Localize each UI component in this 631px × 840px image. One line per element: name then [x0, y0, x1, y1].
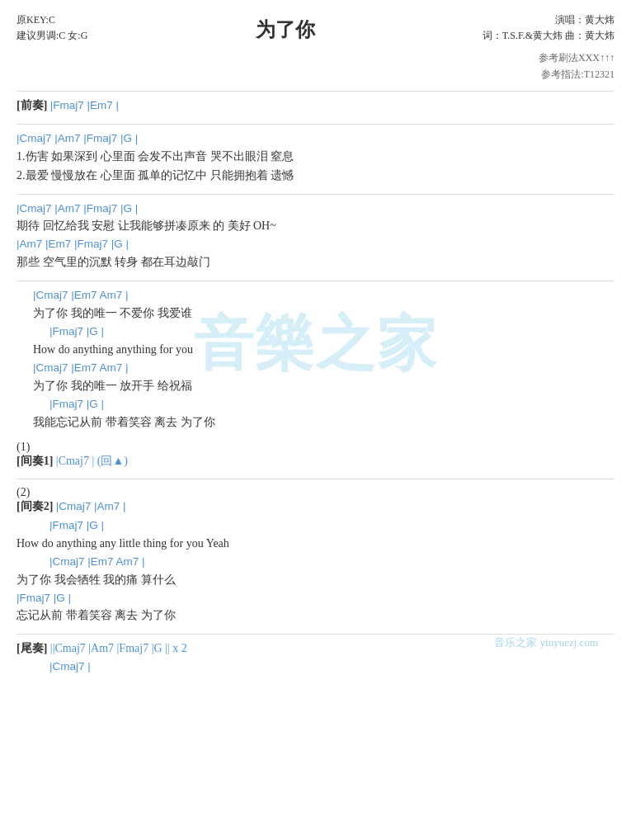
- chorus1-chords1: |Cmaj7 |Em7 Am7 |: [16, 288, 615, 304]
- interlude2-section: [间奏2] |Cmaj7 |Am7 | |Fmaj7 |G | How do a…: [16, 499, 615, 625]
- interlude2-label: [间奏2]: [16, 500, 53, 512]
- interlude2-header: [间奏2] |Cmaj7 |Am7 |: [16, 499, 615, 515]
- chorus1-lyric3: 为了你 我的唯一 放开手 给祝福: [16, 377, 615, 394]
- chorus1-chords2: |Fmaj7 |G |: [16, 324, 615, 340]
- performer-info: 演唱：黄大炜 词：T.S.F.&黄大炜 曲：黄大炜: [483, 12, 615, 44]
- verse1-lyric1: 1.伤害 如果深到 心里面 会发不出声音 哭不出眼泪 窒息: [16, 148, 615, 165]
- outro-label: [尾奏]: [16, 642, 47, 654]
- original-key: 原KEY:C: [16, 12, 87, 28]
- chorus1-chords3: |Cmaj7 |Em7 Am7 |: [16, 361, 615, 376]
- verse2-chords2: |Am7 |Em7 |Fmaj7 |G |: [16, 237, 615, 252]
- divider-2: [16, 194, 615, 195]
- verse1-chords: |Cmaj7 |Am7 |Fmaj7 |G |: [16, 131, 615, 147]
- singer-label: 演唱：黄大炜: [483, 12, 615, 28]
- verse2-lyric2: 那些 空气里的沉默 转身 都在耳边敲门: [16, 253, 615, 271]
- divider-5: [16, 634, 615, 635]
- divider-1: [16, 124, 615, 125]
- chorus1-section: |Cmaj7 |Em7 Am7 | 为了你 我的唯一 不爱你 我爱谁 |Fmaj…: [16, 288, 615, 431]
- interlude2-chords1: |Cmaj7 |Am7 |: [56, 500, 126, 512]
- divider-4: [16, 479, 615, 479]
- lyricist-label: 词：T.S.F.&黄大炜 曲：黄大炜: [483, 28, 615, 44]
- interlude2-chords2: |Fmaj7 |G |: [16, 518, 615, 534]
- divider-3: [16, 281, 615, 281]
- interlude2-chords3: |Cmaj7 |Em7 Am7 |: [16, 554, 615, 570]
- paren2: (2): [16, 486, 615, 499]
- strum-ref: 参考刷法XXX↑↑↑: [539, 50, 615, 66]
- verse1-section: |Cmaj7 |Am7 |Fmaj7 |G | 1.伤害 如果深到 心里面 会发…: [16, 131, 615, 184]
- header-area: 原KEY:C 建议男调:C 女:G 为了你 演唱：黄大炜 词：T.S.F.&黄大…: [16, 12, 615, 44]
- reference-area: 参考刷法XXX↑↑↑ 参考指法:T12321: [16, 50, 615, 82]
- chorus1-english1: How do anything anything for you: [16, 341, 615, 358]
- divider-top: [16, 91, 615, 92]
- intro-section: [前奏] |Fmaj7 |Em7 |: [16, 98, 615, 114]
- verse2-lyric1: 期待 回忆给我 安慰 让我能够拼凑原来 的 美好 OH~: [16, 217, 615, 234]
- page-container: 音樂之家 原KEY:C 建议男调:C 女:G 为了你 演唱：黄大炜 词：T.S.…: [16, 12, 615, 675]
- verse2-section: |Cmaj7 |Am7 |Fmaj7 |G | 期待 回忆给我 安慰 让我能够拼…: [16, 201, 615, 271]
- chorus1-lyric1: 为了你 我的唯一 不爱你 我爱谁: [16, 304, 615, 322]
- chorus1-chords4: |Fmaj7 |G |: [16, 397, 615, 413]
- interlude2-lyric4: 忘记从前 带着笑容 离去 为了你: [16, 606, 615, 624]
- interlude1-label: [间奏1]: [16, 455, 53, 467]
- verse2-chords1: |Cmaj7 |Am7 |Fmaj7 |G |: [16, 201, 615, 217]
- outro-content1: ||Cmaj7 |Am7 |Fmaj7 |G || x 2: [50, 642, 187, 654]
- chorus1-lyric4: 我能忘记从前 带着笑容 离去 为了你: [16, 413, 615, 431]
- reference-text: 参考刷法XXX↑↑↑ 参考指法:T12321: [539, 50, 615, 82]
- intro-label: [前奏]: [16, 99, 47, 111]
- verse1-lyric2: 2.最爱 慢慢放在 心里面 孤单的记忆中 只能拥抱着 遗憾: [16, 167, 615, 184]
- interlude1-line: [间奏1] |Cmaj7 | (回▲): [16, 454, 615, 469]
- interlude2-lyric3: 为了你 我会牺牲 我的痛 算什么: [16, 571, 615, 588]
- interlude2-chords4: |Fmaj7 |G |: [16, 591, 615, 606]
- interlude1-content: |Cmaj7 | (回▲): [56, 455, 128, 467]
- interlude1-section: [间奏1] |Cmaj7 | (回▲): [16, 454, 615, 469]
- suggestion-key: 建议男调:C 女:G: [16, 28, 87, 44]
- intro-line: [前奏] |Fmaj7 |Em7 |: [16, 98, 615, 114]
- key-info: 原KEY:C 建议男调:C 女:G: [16, 12, 87, 44]
- outro-content2: |Cmaj7 |: [16, 659, 615, 675]
- interlude2-english: How do anything any little thing for you…: [16, 535, 615, 552]
- song-title: 为了你: [87, 12, 482, 43]
- paren1: (1): [16, 441, 615, 454]
- watermark-url: 音乐之家 yinyuezj.com: [494, 635, 598, 650]
- fingering-ref: 参考指法:T12321: [539, 67, 615, 83]
- intro-chords: |Fmaj7 |Em7 |: [50, 99, 119, 111]
